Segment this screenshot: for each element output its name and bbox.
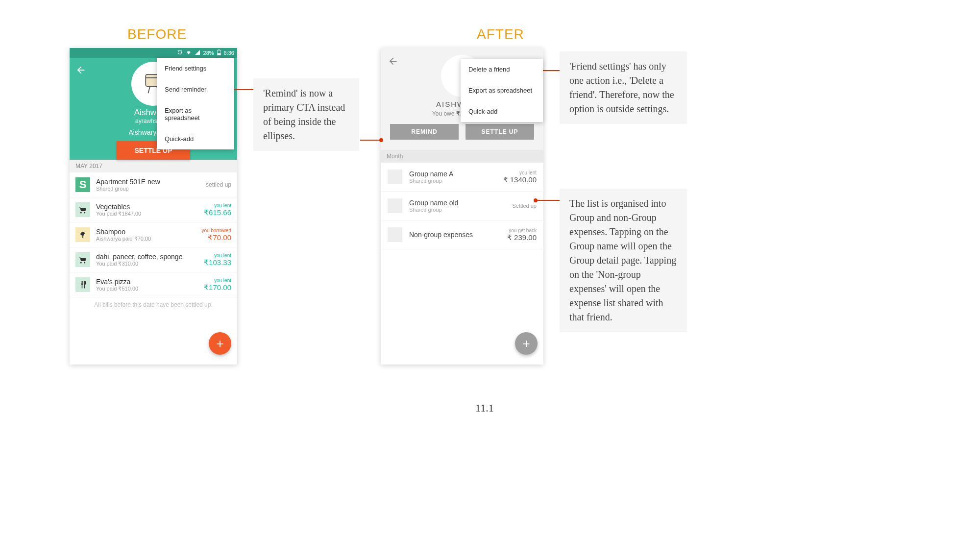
month-header: Month bbox=[381, 150, 543, 163]
clock-time: 6:36 bbox=[224, 50, 234, 56]
remind-button[interactable]: REMIND bbox=[390, 124, 459, 140]
group-logo-icon: S bbox=[75, 177, 90, 192]
expense-sub: You paid ₹1847.00 bbox=[96, 211, 204, 217]
amount-label: you lent bbox=[503, 170, 537, 175]
group-thumb-icon bbox=[388, 170, 402, 184]
amount-value: ₹70.00 bbox=[201, 233, 231, 242]
svg-line-5 bbox=[148, 86, 150, 93]
settled-footer: All bills before this date have been set… bbox=[70, 297, 237, 312]
amount-label: you lent bbox=[204, 203, 231, 208]
expense-title: Vegetables bbox=[96, 203, 204, 211]
group-sub: Shared group bbox=[409, 178, 503, 184]
group-row[interactable]: Group name A Shared group you lent ₹ 134… bbox=[381, 163, 543, 192]
cart-icon bbox=[75, 202, 90, 217]
group-title: Group name A bbox=[409, 170, 503, 178]
expense-sub: Shared group bbox=[96, 186, 206, 192]
pin-icon bbox=[75, 227, 90, 242]
add-fab[interactable]: + bbox=[209, 332, 231, 355]
expense-row[interactable]: Eva's pizza You paid ₹510.00 you lent ₹1… bbox=[70, 272, 237, 297]
menu-quick-add[interactable]: Quick-add bbox=[461, 101, 543, 122]
group-row[interactable]: Non-group expenses you get back ₹ 239.00 bbox=[381, 220, 543, 249]
month-header: MAY 2017 bbox=[70, 160, 237, 172]
expense-title: Apartment 501E new bbox=[96, 178, 206, 186]
svg-rect-1 bbox=[218, 49, 220, 50]
status-bar: 28% 6:36 bbox=[70, 48, 237, 58]
annotation-connector bbox=[360, 140, 381, 141]
group-title: Non-group expenses bbox=[409, 231, 507, 239]
expense-title: Shampoo bbox=[96, 228, 201, 236]
cart-icon bbox=[75, 252, 90, 267]
amount-value: ₹170.00 bbox=[204, 283, 231, 292]
overflow-menu: Delete a friend Export as spreadsheet Qu… bbox=[461, 59, 543, 122]
back-arrow-icon[interactable] bbox=[388, 56, 398, 69]
menu-quick-add[interactable]: Quick-add bbox=[157, 128, 234, 149]
expense-sub: Aishwarya paid ₹70.00 bbox=[96, 236, 201, 242]
add-fab[interactable]: + bbox=[515, 332, 538, 355]
svg-rect-2 bbox=[218, 53, 220, 55]
annotation-remind: 'Remind' is now a primary CTA instead of… bbox=[253, 78, 359, 151]
amount-value: ₹103.33 bbox=[204, 258, 231, 267]
amount-label: you borrowed bbox=[201, 228, 231, 233]
amount-label: you lent bbox=[204, 278, 231, 283]
food-icon bbox=[75, 277, 90, 292]
expense-title: dahi, paneer, coffee, sponge bbox=[96, 253, 204, 261]
menu-send-reminder[interactable]: Send reminder bbox=[157, 79, 234, 100]
expense-status: settled up bbox=[206, 181, 231, 188]
slide-number: 11.1 bbox=[475, 402, 494, 414]
expense-row[interactable]: dahi, paneer, coffee, sponge You paid ₹3… bbox=[70, 247, 237, 272]
group-sub: Shared group bbox=[409, 207, 512, 213]
expense-title: Eva's pizza bbox=[96, 278, 204, 286]
group-row[interactable]: Group name old Shared group Settled up bbox=[381, 192, 543, 220]
menu-export-spreadsheet[interactable]: Export as spreadsheet bbox=[461, 80, 543, 101]
amount-value: ₹ 239.00 bbox=[507, 233, 537, 242]
amount-value: ₹ 1340.00 bbox=[503, 175, 537, 184]
expense-sub: You paid ₹310.00 bbox=[96, 261, 204, 267]
back-arrow-icon[interactable] bbox=[75, 65, 86, 77]
annotation-connector bbox=[536, 200, 560, 201]
battery-icon bbox=[217, 49, 221, 56]
group-thumb-icon bbox=[388, 227, 402, 242]
menu-delete-friend[interactable]: Delete a friend bbox=[461, 59, 543, 80]
amount-value: ₹615.66 bbox=[204, 208, 231, 217]
expense-row[interactable]: Vegetables You paid ₹1847.00 you lent ₹6… bbox=[70, 197, 237, 222]
settled-status: Settled up bbox=[512, 203, 537, 209]
expense-row[interactable]: Shampoo Aishwarya paid ₹70.00 you borrow… bbox=[70, 222, 237, 247]
amount-label: you get back bbox=[507, 228, 537, 233]
group-thumb-icon bbox=[388, 198, 402, 213]
heading-before: BEFORE bbox=[127, 26, 187, 42]
annotation-list-grouping: The list is organised into Group and non… bbox=[560, 189, 687, 332]
menu-export-spreadsheet[interactable]: Export as spreadsheet bbox=[157, 100, 234, 128]
annotation-delete-friend: 'Friend settings' has only one action i.… bbox=[560, 51, 687, 124]
heading-after: AFTER bbox=[477, 26, 524, 42]
wifi-icon bbox=[186, 49, 192, 56]
signal-icon bbox=[195, 49, 200, 56]
menu-friend-settings[interactable]: Friend settings bbox=[157, 58, 234, 79]
group-title: Group name old bbox=[409, 199, 512, 207]
settle-up-button[interactable]: SETTLE UP bbox=[466, 124, 534, 140]
expense-sub: You paid ₹510.00 bbox=[96, 286, 204, 292]
overflow-menu: Friend settings Send reminder Export as … bbox=[157, 58, 234, 149]
battery-pct: 28% bbox=[203, 50, 214, 56]
alarm-icon bbox=[177, 49, 183, 56]
amount-label: you lent bbox=[204, 253, 231, 258]
expense-row[interactable]: S Apartment 501E new Shared group settle… bbox=[70, 172, 237, 197]
